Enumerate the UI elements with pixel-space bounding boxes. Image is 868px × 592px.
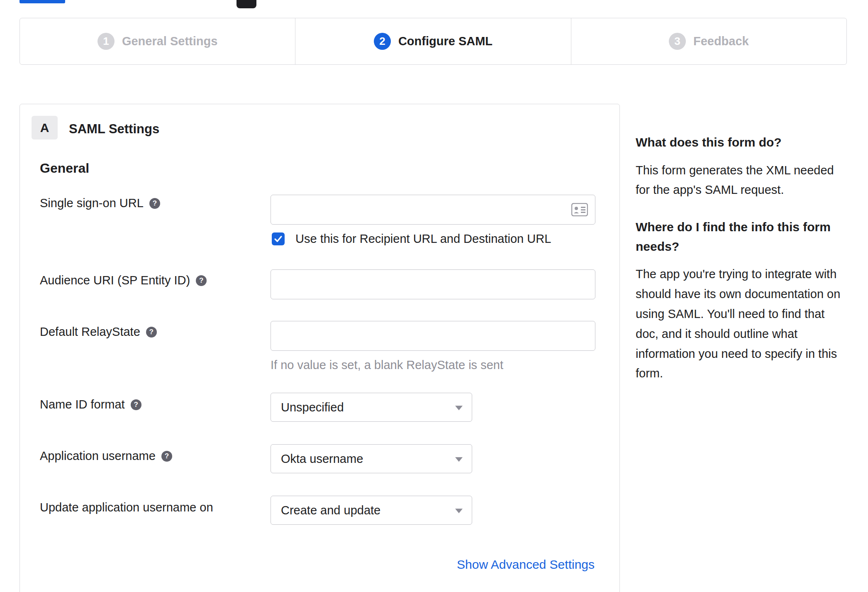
relay-state-helper-text: If no value is set, a blank RelayState i… [271, 358, 503, 372]
help-question-2: Where do I find the info this form needs… [636, 218, 845, 256]
audience-uri-label: Audience URI (SP Entity ID) ? [40, 274, 207, 287]
sso-url-label: Single sign-on URL ? [40, 196, 160, 210]
name-id-format-label: Name ID format ? [40, 398, 141, 411]
recipient-url-checkbox-row: Use this for Recipient URL and Destinati… [272, 232, 551, 246]
help-icon[interactable]: ? [161, 451, 172, 462]
chevron-down-icon [455, 406, 463, 410]
label-text: Update application username on [40, 501, 213, 514]
section-a-badge: A [32, 116, 58, 139]
step-number-badge: 2 [374, 33, 391, 50]
selected-value: Unspecified [281, 401, 344, 414]
label-text: Default RelayState [40, 325, 140, 339]
step-label: Feedback [693, 34, 749, 48]
contact-card-icon[interactable] [571, 203, 588, 216]
selected-value: Okta username [281, 452, 363, 466]
general-section-title: General [40, 161, 89, 176]
label-text: Application username [40, 449, 156, 463]
chevron-down-icon [455, 457, 463, 462]
relay-state-input[interactable] [271, 321, 595, 351]
audience-uri-input[interactable] [271, 269, 595, 299]
step-number-badge: 3 [669, 33, 686, 50]
checkmark-icon [274, 235, 283, 243]
wizard-stepper: 1 General Settings 2 Configure SAML 3 Fe… [20, 18, 847, 65]
help-icon[interactable]: ? [196, 275, 207, 286]
cutoff-header-fragment-dark [237, 0, 256, 8]
help-answer-2: The app you're trying to integrate with … [636, 264, 845, 384]
name-id-format-select[interactable]: Unspecified [271, 393, 472, 422]
sso-url-input-wrap [271, 195, 595, 225]
step-number-badge: 1 [98, 33, 115, 50]
sso-url-input[interactable] [271, 195, 595, 225]
selected-value: Create and update [281, 504, 380, 517]
help-question-1: What does this form do? [636, 133, 845, 152]
label-text: Name ID format [40, 398, 125, 411]
help-icon[interactable]: ? [149, 198, 160, 209]
chevron-down-icon [455, 509, 463, 513]
label-text: Audience URI (SP Entity ID) [40, 274, 190, 287]
update-username-label: Update application username on [40, 501, 213, 514]
step-label: General Settings [122, 34, 217, 48]
label-text: Single sign-on URL [40, 196, 144, 210]
recipient-url-checkbox[interactable] [272, 232, 285, 245]
recipient-url-checkbox-label: Use this for Recipient URL and Destinati… [295, 232, 551, 246]
show-advanced-settings-link[interactable]: Show Advanced Settings [457, 558, 595, 572]
cutoff-header-fragment-blue [20, 0, 65, 3]
step-label: Configure SAML [398, 34, 493, 48]
application-username-select[interactable]: Okta username [271, 444, 472, 473]
help-icon[interactable]: ? [131, 399, 141, 410]
step-feedback[interactable]: 3 Feedback [571, 18, 846, 64]
step-configure-saml[interactable]: 2 Configure SAML [295, 18, 571, 64]
help-answer-1: This form generates the XML needed for t… [636, 161, 845, 201]
help-sidebar: What does this form do? This form genera… [636, 133, 845, 401]
application-username-label: Application username ? [40, 449, 172, 463]
relay-state-label: Default RelayState ? [40, 325, 157, 339]
help-icon[interactable]: ? [146, 327, 157, 338]
panel-title: SAML Settings [69, 122, 159, 137]
saml-settings-panel: A SAML Settings General Single sign-on U… [20, 104, 620, 592]
update-username-select[interactable]: Create and update [271, 496, 472, 525]
page: 1 General Settings 2 Configure SAML 3 Fe… [0, 0, 868, 592]
step-general-settings[interactable]: 1 General Settings [20, 18, 295, 64]
